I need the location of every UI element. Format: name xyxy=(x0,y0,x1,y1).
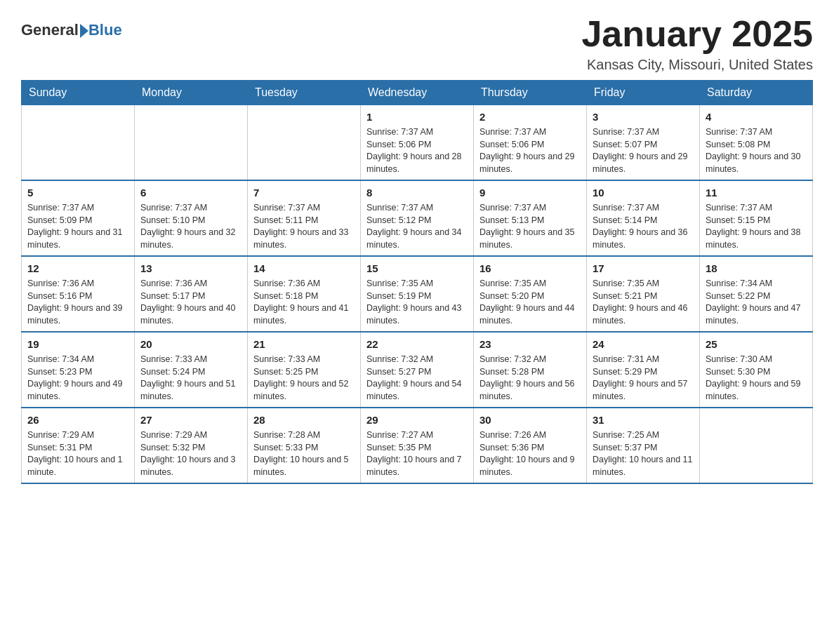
daylight-text: Daylight: 9 hours and 36 minutes. xyxy=(593,227,688,250)
sunset-text: Sunset: 5:06 PM xyxy=(479,140,544,149)
sunrise-text: Sunrise: 7:35 AM xyxy=(366,279,433,288)
sunset-text: Sunset: 5:13 PM xyxy=(479,215,544,225)
daylight-text: Daylight: 10 hours and 7 minutes. xyxy=(366,455,462,477)
daylight-text: Daylight: 10 hours and 9 minutes. xyxy=(479,455,575,477)
day-of-week-header: Wednesday xyxy=(361,81,474,105)
sunrise-text: Sunrise: 7:36 AM xyxy=(27,279,94,288)
day-of-week-header: Monday xyxy=(135,81,248,105)
day-of-week-header: Tuesday xyxy=(248,81,361,105)
day-number: 15 xyxy=(366,261,468,276)
daylight-text: Daylight: 9 hours and 34 minutes. xyxy=(366,227,462,250)
calendar-week-row: 26Sunrise: 7:29 AMSunset: 5:31 PMDayligh… xyxy=(22,408,813,483)
day-number: 19 xyxy=(27,337,128,351)
sunrise-text: Sunrise: 7:31 AM xyxy=(593,354,659,364)
day-number: 12 xyxy=(27,261,128,276)
day-number: 11 xyxy=(706,185,807,200)
daylight-text: Daylight: 9 hours and 51 minutes. xyxy=(140,379,236,401)
sunrise-text: Sunrise: 7:30 AM xyxy=(706,354,772,364)
calendar-day-cell: 25Sunrise: 7:30 AMSunset: 5:30 PMDayligh… xyxy=(700,332,813,408)
sunrise-text: Sunrise: 7:34 AM xyxy=(706,279,772,288)
sunrise-text: Sunrise: 7:34 AM xyxy=(27,354,94,364)
day-number: 10 xyxy=(593,185,694,200)
sunset-text: Sunset: 5:31 PM xyxy=(27,443,92,452)
sunrise-text: Sunrise: 7:25 AM xyxy=(593,430,659,440)
calendar-day-cell xyxy=(135,105,248,181)
daylight-text: Daylight: 10 hours and 5 minutes. xyxy=(253,455,349,477)
day-number: 17 xyxy=(593,261,694,276)
sunset-text: Sunset: 5:06 PM xyxy=(366,140,431,149)
calendar-day-cell: 23Sunrise: 7:32 AMSunset: 5:28 PMDayligh… xyxy=(474,332,587,408)
daylight-text: Daylight: 9 hours and 29 minutes. xyxy=(593,152,688,174)
calendar-week-row: 12Sunrise: 7:36 AMSunset: 5:16 PMDayligh… xyxy=(22,256,813,332)
calendar-day-cell: 7Sunrise: 7:37 AMSunset: 5:11 PMDaylight… xyxy=(248,180,361,256)
sunset-text: Sunset: 5:23 PM xyxy=(27,367,92,377)
sunset-text: Sunset: 5:19 PM xyxy=(366,291,431,301)
day-of-week-header: Sunday xyxy=(22,81,135,105)
daylight-text: Daylight: 9 hours and 49 minutes. xyxy=(27,379,123,401)
sunrise-text: Sunrise: 7:37 AM xyxy=(366,203,433,213)
day-number: 5 xyxy=(27,185,128,200)
sunrise-text: Sunrise: 7:37 AM xyxy=(27,203,94,213)
sunset-text: Sunset: 5:22 PM xyxy=(706,291,770,301)
sunset-text: Sunset: 5:21 PM xyxy=(593,291,657,301)
sunset-text: Sunset: 5:16 PM xyxy=(27,291,92,301)
calendar-day-cell xyxy=(248,105,361,181)
daylight-text: Daylight: 9 hours and 31 minutes. xyxy=(27,227,123,250)
calendar-day-cell: 16Sunrise: 7:35 AMSunset: 5:20 PMDayligh… xyxy=(474,256,587,332)
sunrise-text: Sunrise: 7:32 AM xyxy=(366,354,433,364)
day-number: 4 xyxy=(706,109,807,124)
day-number: 21 xyxy=(253,337,355,351)
sunrise-text: Sunrise: 7:27 AM xyxy=(366,430,433,440)
daylight-text: Daylight: 9 hours and 29 minutes. xyxy=(479,152,575,174)
calendar-table: SundayMondayTuesdayWednesdayThursdayFrid… xyxy=(21,80,813,484)
sunrise-text: Sunrise: 7:32 AM xyxy=(479,354,546,364)
sunset-text: Sunset: 5:30 PM xyxy=(706,367,770,377)
sunrise-text: Sunrise: 7:37 AM xyxy=(366,127,433,137)
daylight-text: Daylight: 9 hours and 39 minutes. xyxy=(27,303,123,326)
sunset-text: Sunset: 5:18 PM xyxy=(253,291,318,301)
sunset-text: Sunset: 5:20 PM xyxy=(479,291,544,301)
calendar-day-cell: 20Sunrise: 7:33 AMSunset: 5:24 PMDayligh… xyxy=(135,332,248,408)
sunset-text: Sunset: 5:33 PM xyxy=(253,443,318,452)
day-number: 7 xyxy=(253,185,355,200)
sunrise-text: Sunrise: 7:37 AM xyxy=(706,127,772,137)
day-number: 1 xyxy=(366,109,468,124)
calendar-day-cell: 19Sunrise: 7:34 AMSunset: 5:23 PMDayligh… xyxy=(22,332,135,408)
calendar-day-cell: 14Sunrise: 7:36 AMSunset: 5:18 PMDayligh… xyxy=(248,256,361,332)
calendar-day-cell: 29Sunrise: 7:27 AMSunset: 5:35 PMDayligh… xyxy=(361,408,474,483)
calendar-week-row: 1Sunrise: 7:37 AMSunset: 5:06 PMDaylight… xyxy=(22,105,813,181)
day-number: 30 xyxy=(479,412,581,427)
sunrise-text: Sunrise: 7:33 AM xyxy=(140,354,207,364)
sunrise-text: Sunrise: 7:37 AM xyxy=(479,127,546,137)
calendar-header-row: SundayMondayTuesdayWednesdayThursdayFrid… xyxy=(22,81,813,105)
sunset-text: Sunset: 5:10 PM xyxy=(140,215,205,225)
sunset-text: Sunset: 5:32 PM xyxy=(140,443,205,452)
day-number: 28 xyxy=(253,412,355,427)
calendar-day-cell: 6Sunrise: 7:37 AMSunset: 5:10 PMDaylight… xyxy=(135,180,248,256)
day-number: 2 xyxy=(479,109,581,124)
calendar-day-cell: 13Sunrise: 7:36 AMSunset: 5:17 PMDayligh… xyxy=(135,256,248,332)
daylight-text: Daylight: 9 hours and 33 minutes. xyxy=(253,227,349,250)
daylight-text: Daylight: 9 hours and 44 minutes. xyxy=(479,303,575,326)
sunrise-text: Sunrise: 7:35 AM xyxy=(593,279,659,288)
calendar-week-row: 19Sunrise: 7:34 AMSunset: 5:23 PMDayligh… xyxy=(22,332,813,408)
sunset-text: Sunset: 5:14 PM xyxy=(593,215,657,225)
day-number: 8 xyxy=(366,185,468,200)
sunset-text: Sunset: 5:17 PM xyxy=(140,291,205,301)
sunset-text: Sunset: 5:12 PM xyxy=(366,215,431,225)
daylight-text: Daylight: 9 hours and 32 minutes. xyxy=(140,227,236,250)
daylight-text: Daylight: 9 hours and 54 minutes. xyxy=(366,379,462,401)
sunrise-text: Sunrise: 7:28 AM xyxy=(253,430,320,440)
day-number: 14 xyxy=(253,261,355,276)
day-of-week-header: Saturday xyxy=(700,81,813,105)
calendar-subtitle: Kansas City, Missouri, United States xyxy=(581,57,813,73)
daylight-text: Daylight: 9 hours and 56 minutes. xyxy=(479,379,575,401)
day-of-week-header: Thursday xyxy=(474,81,587,105)
sunrise-text: Sunrise: 7:37 AM xyxy=(706,203,772,213)
day-number: 3 xyxy=(593,109,694,124)
daylight-text: Daylight: 9 hours and 35 minutes. xyxy=(479,227,575,250)
calendar-week-row: 5Sunrise: 7:37 AMSunset: 5:09 PMDaylight… xyxy=(22,180,813,256)
logo-text-blue: Blue xyxy=(88,21,122,39)
sunrise-text: Sunrise: 7:33 AM xyxy=(253,354,320,364)
day-of-week-header: Friday xyxy=(587,81,700,105)
